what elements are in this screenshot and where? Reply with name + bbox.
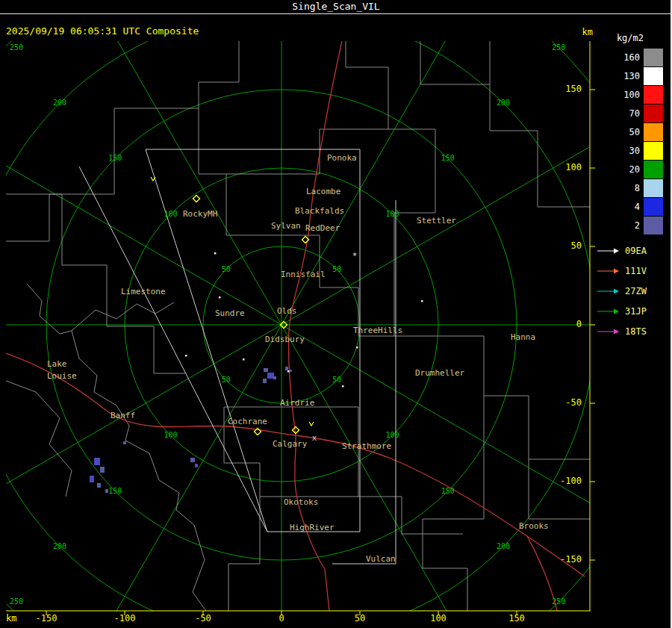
- colorbar-entry: 70: [597, 104, 663, 122]
- colorbar: 16013010070503020842: [597, 48, 663, 234]
- colorbar-value: 4: [597, 202, 644, 212]
- radar-site-entry: 18TS: [597, 321, 663, 341]
- colorbar-entry: 130: [597, 66, 663, 85]
- colorbar-value: 30: [597, 146, 644, 156]
- county-boundary: [6, 381, 72, 497]
- range-ring-label: 250: [552, 597, 565, 606]
- city-label: Cochrane: [228, 417, 267, 426]
- range-ring-label: 250: [552, 43, 565, 52]
- range-spoke: [72, 41, 281, 325]
- colorbar-swatch: [644, 123, 663, 141]
- y-tick-label: 100: [543, 162, 582, 172]
- colorbar-swatch: [644, 86, 663, 104]
- caret-marker-icon: [309, 422, 314, 426]
- range-ring-label: 200: [497, 542, 510, 550]
- city-label: Strathmore: [342, 441, 391, 451]
- county-boundary: [420, 41, 490, 84]
- station-dot-icon: [421, 300, 423, 302]
- x-tick-label: -150: [28, 613, 64, 624]
- y-tick-label: -150: [543, 554, 582, 565]
- range-ring-label: 100: [164, 210, 177, 218]
- precip-echo: [100, 467, 105, 473]
- window-title: Single_Scan_VIL: [292, 1, 379, 12]
- county-boundary: [228, 497, 260, 611]
- x-tick-label: 150: [499, 613, 535, 624]
- precip-echo: [264, 368, 268, 372]
- county-boundary: [388, 129, 435, 213]
- county-boundary: [346, 41, 388, 129]
- colorbar-swatch: [644, 179, 663, 197]
- range-ring: [6, 41, 597, 623]
- range-ring-label: 250: [10, 43, 23, 52]
- map-layers: 5050505010010010010015015015015020020020…: [6, 41, 597, 623]
- colorbar-swatch: [644, 49, 663, 66]
- radar-site-diamond-icon: [193, 195, 199, 202]
- county-boundary: [114, 41, 239, 137]
- range-ring: [6, 41, 595, 623]
- colorbar-value: 160: [597, 52, 644, 63]
- site-arrow-icon: [597, 308, 620, 315]
- y-tick-label: 150: [543, 84, 582, 94]
- precip-echo: [94, 458, 100, 465]
- colorbar-entry: 20: [597, 160, 663, 178]
- site-id-label: 09EA: [625, 246, 647, 256]
- city-label: Vulcan: [366, 554, 396, 564]
- range-ring-label: 100: [385, 210, 399, 218]
- precip-echo: [273, 376, 276, 379]
- site-id-label: 18TS: [625, 326, 647, 337]
- side-panel: kg/m2 16013010070503020842 09EA111V27ZW3…: [597, 33, 663, 341]
- site-arrow-icon: [597, 267, 620, 275]
- colorbar-entry: 160: [597, 48, 663, 66]
- county-boundary: [423, 396, 484, 611]
- colorbar-value: 130: [597, 71, 644, 81]
- station-dot-icon: [356, 346, 358, 349]
- range-ring-label: 50: [332, 265, 341, 273]
- radar-site-entry: 27ZW: [597, 281, 663, 301]
- range-ring-label: 200: [53, 542, 66, 550]
- city-label: Drumheller: [415, 368, 465, 378]
- radar-site-entry: 111V: [597, 261, 663, 281]
- radar-viewer-window: Single_Scan_VIL 2025/09/19 06:05:31 UTC …: [0, 0, 672, 628]
- city-label: RedDeer: [305, 223, 340, 233]
- colorbar-swatch: [644, 105, 663, 122]
- titlebar: Single_Scan_VIL: [0, 0, 672, 14]
- colorbar-value: 20: [597, 164, 644, 175]
- colorbar-value: 100: [597, 90, 644, 100]
- city-label: Okotoks: [284, 497, 318, 507]
- colorbar-swatch: [644, 67, 663, 85]
- map-canvas[interactable]: 5050505010010010010015015015015020020020…: [6, 41, 597, 623]
- colorbar-entry: 50: [597, 122, 663, 141]
- site-id-label: 111V: [625, 266, 647, 276]
- y-tick-label: 0: [543, 319, 582, 329]
- scan-timestamp: 2025/09/19 06:05:31 UTC Composite: [6, 25, 199, 37]
- city-label: Didsbury: [265, 335, 305, 344]
- radar-coverage-outline: [332, 200, 396, 564]
- city-label: Sylvan: [271, 221, 301, 231]
- x-tick-label: -50: [185, 613, 221, 624]
- station-dot-icon: [185, 355, 187, 357]
- city-label: Stettler: [417, 216, 456, 226]
- range-ring-label: 150: [441, 487, 455, 495]
- colorbar-value: 8: [597, 183, 644, 193]
- colorbar-value: 50: [597, 127, 644, 137]
- site-arrow-icon: [597, 328, 620, 335]
- precip-echo: [190, 458, 195, 462]
- station-dot-icon: [243, 358, 245, 361]
- city-label: RockyMH: [183, 209, 217, 219]
- city-label: HighRiver: [290, 523, 335, 532]
- city-label: Blackfalds: [295, 206, 344, 216]
- site-id-label: 31JP: [625, 306, 647, 317]
- x-tick-label: 0: [264, 613, 299, 624]
- station-dot-icon: [342, 385, 344, 388]
- site-id-label: 27ZW: [625, 286, 647, 296]
- county-boundary: [6, 194, 107, 326]
- precip-echo: [97, 483, 101, 488]
- precip-echo: [267, 373, 274, 379]
- range-ring-label: 200: [497, 99, 510, 107]
- city-label: Calgary: [273, 439, 308, 449]
- colorbar-swatch: [644, 161, 663, 178]
- city-label: Louise: [47, 371, 77, 381]
- y-axis-unit-label: km: [564, 27, 593, 37]
- x-tick-label: 100: [420, 613, 456, 624]
- station-dot-icon: [219, 296, 221, 299]
